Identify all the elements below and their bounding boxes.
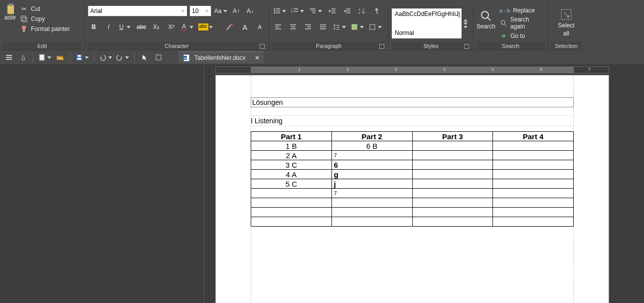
table-cell[interactable] [331, 198, 412, 208]
doc-header-box[interactable]: Lösungen [251, 97, 574, 107]
copy-button[interactable]: Copy [20, 15, 70, 23]
table-cell[interactable] [493, 189, 574, 198]
table-cell[interactable] [493, 208, 574, 217]
qt-redo-button[interactable] [115, 51, 130, 63]
styles-up-icon[interactable] [464, 19, 468, 21]
table-cell[interactable]: 1 B [251, 141, 332, 151]
align-left-button[interactable] [272, 21, 284, 33]
table-cell[interactable] [251, 208, 332, 217]
font-name-select[interactable]: Arial [88, 5, 187, 16]
table-cell[interactable]: 5 C [251, 179, 332, 189]
strikethrough-button[interactable]: abc [136, 21, 148, 33]
highlight-button[interactable]: abc [198, 21, 213, 33]
line-spacing-button[interactable] [332, 21, 347, 33]
sort-button[interactable]: AZ [356, 5, 368, 17]
search-button[interactable]: Search [477, 7, 495, 30]
dialog-launcher-icon[interactable] [260, 44, 265, 49]
table-cell[interactable] [412, 141, 493, 151]
table-cell[interactable] [493, 170, 574, 179]
table-cell[interactable] [412, 151, 493, 160]
doc-table[interactable]: Part 1 Part 2 Part 3 Part 4 1 B6 B2 A73 … [251, 131, 574, 227]
align-center-button[interactable] [287, 21, 299, 33]
table-cell[interactable] [412, 217, 493, 227]
paste-button[interactable]: aste [3, 5, 17, 33]
table-cell[interactable] [493, 160, 574, 170]
dialog-launcher-icon[interactable] [464, 44, 469, 49]
shading-button[interactable] [350, 21, 365, 33]
multilevel-button[interactable] [308, 5, 323, 17]
table-cell[interactable] [412, 189, 493, 198]
table-cell[interactable] [251, 217, 332, 227]
char-bigA[interactable]: A [239, 21, 251, 33]
table-cell[interactable]: 3 C [251, 160, 332, 170]
subscript-button[interactable]: X₂ [151, 21, 162, 33]
table-cell[interactable]: j [331, 179, 412, 189]
horizontal-ruler[interactable]: 1 2 3 4 5 6 7 [209, 65, 644, 75]
style-normal[interactable]: AaBbCcDdEeFfGgHhIiJj Normal [392, 8, 462, 38]
italic-button[interactable]: I [103, 21, 115, 33]
font-color-button[interactable]: A [180, 21, 195, 33]
borders-button[interactable] [368, 21, 383, 33]
table-cell[interactable] [251, 189, 332, 198]
table-header[interactable]: Part 1 [251, 132, 332, 141]
table-cell[interactable] [493, 198, 574, 208]
table-cell[interactable]: 2 A [251, 151, 332, 160]
styles-down-icon[interactable] [464, 22, 468, 25]
search-again-button[interactable]: Search again [499, 16, 545, 30]
table-row[interactable]: 3 C6 [251, 160, 574, 170]
cut-button[interactable]: ✂ Cut [20, 5, 70, 13]
select-all-button[interactable]: Select all [551, 5, 581, 42]
table-cell[interactable]: 6 B [331, 141, 412, 151]
qt-save-button[interactable] [75, 51, 90, 63]
indent-button[interactable] [341, 5, 353, 17]
table-row[interactable] [251, 217, 574, 227]
table-row[interactable]: 2 A7 [251, 151, 574, 160]
replace-button[interactable]: a→b Replace [499, 7, 545, 14]
table-cell[interactable] [412, 208, 493, 217]
table-cell[interactable] [331, 217, 412, 227]
qt-new-button[interactable] [37, 51, 52, 63]
table-row[interactable] [251, 198, 574, 208]
table-cell[interactable]: 7 [331, 189, 412, 198]
qt-touch-button[interactable] [17, 51, 29, 63]
format-painter-button[interactable]: Format painter [20, 25, 70, 33]
grow-font-button[interactable]: A↑ [230, 5, 242, 17]
close-tab-button[interactable]: ✕ [255, 54, 260, 61]
change-case-button[interactable]: Aa [213, 5, 228, 17]
superscript-button[interactable]: X² [165, 21, 177, 33]
table-row[interactable]: 1 B6 B [251, 141, 574, 151]
table-row[interactable]: 4 Ag [251, 170, 574, 179]
table-row[interactable]: 7 [251, 189, 574, 198]
underline-button[interactable]: U [118, 21, 133, 33]
numbering-button[interactable]: 12 [290, 5, 305, 17]
table-header[interactable]: Part 4 [493, 132, 574, 141]
table-header[interactable]: Part 3 [412, 132, 493, 141]
table-row[interactable] [251, 208, 574, 217]
document-page[interactable]: Lösungen I Listening Part 1 Part 2 Part … [215, 75, 609, 303]
page-viewport[interactable]: 1 2 3 4 5 6 7 Lösungen I Listening [209, 65, 644, 303]
qt-open-button[interactable] [54, 51, 66, 63]
table-header[interactable]: Part 2 [331, 132, 412, 141]
table-cell[interactable] [493, 141, 574, 151]
qt-pointer-button[interactable] [139, 51, 151, 63]
bold-button[interactable]: B [88, 21, 100, 33]
document-tab[interactable]: W Tabellenfehler.docx ✕ [178, 51, 264, 63]
styles-more-icon[interactable] [464, 26, 468, 28]
table-cell[interactable] [493, 151, 574, 160]
shrink-font-button[interactable]: A↓ [244, 5, 256, 17]
align-justify-button[interactable] [317, 21, 329, 33]
table-cell[interactable] [493, 179, 574, 189]
doc-section-heading[interactable]: I Listening [251, 115, 574, 126]
table-cell[interactable]: 6 [331, 160, 412, 170]
pilcrow-button[interactable]: ¶ [371, 5, 383, 17]
table-cell[interactable] [412, 160, 493, 170]
table-cell[interactable] [251, 198, 332, 208]
table-row[interactable]: 5 Cj [251, 179, 574, 189]
qt-menu-button[interactable] [3, 51, 15, 63]
align-right-button[interactable] [302, 21, 314, 33]
table-cell[interactable]: g [331, 170, 412, 179]
table-cell[interactable] [412, 170, 493, 179]
table-cell[interactable] [331, 208, 412, 217]
qt-undo-button[interactable] [98, 51, 113, 63]
goto-button[interactable]: Go to [499, 32, 545, 40]
